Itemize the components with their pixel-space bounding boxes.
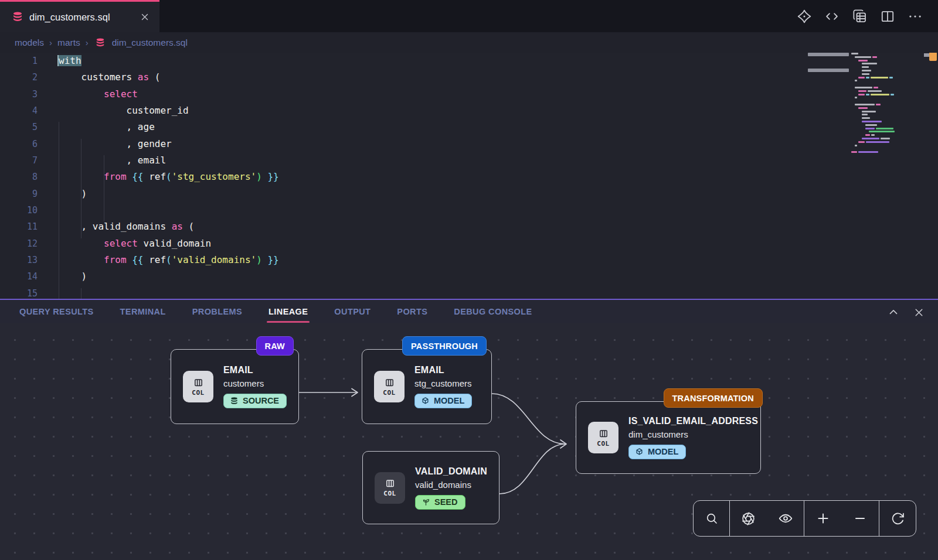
model-name: customers xyxy=(223,378,264,388)
code-line[interactable]: , email xyxy=(59,152,279,169)
code-line[interactable]: ) xyxy=(59,268,279,285)
code-line[interactable]: , age xyxy=(59,119,279,135)
minimap-line xyxy=(855,97,857,98)
minimap-line xyxy=(858,90,866,92)
lineage-node-customers-email[interactable]: RAW COL EMAIL customers SOURCE xyxy=(171,349,299,424)
line-number: 7 xyxy=(0,152,38,169)
aperture-button[interactable] xyxy=(737,507,760,530)
lineage-node-dim-customers[interactable]: TRANSFORMATION COL IS_VALID_EMAIL_ADDRES… xyxy=(576,401,761,474)
columns-icon xyxy=(192,377,205,390)
column-chip: COL xyxy=(588,422,618,453)
model-name: dim_customers xyxy=(628,429,688,439)
code-line[interactable]: ) xyxy=(59,186,279,202)
breadcrumb-separator: › xyxy=(49,37,52,47)
cube-icon xyxy=(421,397,430,405)
dbt-icon[interactable] xyxy=(797,9,812,24)
breadcrumb-file[interactable]: dim_customers.sql xyxy=(112,37,188,48)
minimap-line xyxy=(855,56,871,58)
refresh-button[interactable] xyxy=(886,507,909,530)
panel-tab-query-results[interactable]: QUERY RESULTS xyxy=(19,305,94,319)
panel-tab-terminal[interactable]: TERMINAL xyxy=(120,305,166,319)
code-icon[interactable] xyxy=(824,9,840,24)
panel-tab-debug-console[interactable]: DEBUG CONSOLE xyxy=(453,305,532,319)
minimap-line xyxy=(872,56,877,58)
minimap-line xyxy=(876,128,893,129)
zoom-out-button[interactable] xyxy=(848,507,872,530)
panel-tab-ports[interactable]: PORTS xyxy=(396,305,428,319)
line-number: 3 xyxy=(0,86,38,103)
zoom-in-button[interactable] xyxy=(811,507,835,530)
split-editor-icon[interactable] xyxy=(880,9,895,24)
panel-tabs: QUERY RESULTSTERMINALPROBLEMSLINEAGEOUTP… xyxy=(0,305,533,319)
line-number: 12 xyxy=(0,235,38,252)
code-line[interactable]: select valid_domain xyxy=(59,235,279,252)
tables-icon[interactable] xyxy=(852,8,868,24)
lineage-node-valid-domains[interactable]: COL VALID_DOMAIN valid_domains SEED xyxy=(362,451,499,524)
panel-tab-lineage[interactable]: LINEAGE xyxy=(268,305,308,319)
column-chip: COL xyxy=(375,472,405,504)
line-number: 1 xyxy=(0,53,38,69)
line-number: 9 xyxy=(0,186,38,202)
model-badge: MODEL xyxy=(414,394,472,408)
line-number: 11 xyxy=(0,218,38,235)
code-editor[interactable]: 123456789101112131415 with customers as … xyxy=(0,53,938,299)
code-line[interactable]: , gender xyxy=(59,136,279,152)
eye-icon xyxy=(778,511,793,526)
editor-tab-bar: dim_customers.sql xyxy=(0,0,938,32)
chevron-up-icon[interactable] xyxy=(887,306,900,319)
lineage-canvas[interactable]: RAW COL EMAIL customers SOURCE PASSTHROU… xyxy=(0,323,938,560)
refresh-icon xyxy=(891,511,905,526)
breadcrumb-models[interactable]: models xyxy=(15,37,44,48)
code-line[interactable]: from {{ ref('stg_customers') }} xyxy=(59,169,279,185)
aperture-icon xyxy=(741,511,756,526)
code-lines: with customers as ( select customer_id ,… xyxy=(59,53,279,299)
column-name: IS_VALID_EMAIL_ADDRESS xyxy=(628,416,758,426)
minimap-line xyxy=(876,104,881,105)
search-icon xyxy=(705,511,719,525)
minimap-line xyxy=(862,66,869,68)
code-line[interactable]: from {{ ref('valid_domains') }} xyxy=(59,252,279,268)
panel-tab-problems[interactable]: PROBLEMS xyxy=(192,305,243,319)
visibility-button[interactable] xyxy=(774,507,797,530)
panel-tab-output[interactable]: OUTPUT xyxy=(334,305,371,319)
close-panel-icon[interactable] xyxy=(913,306,925,319)
line-number: 13 xyxy=(0,252,38,268)
code-line[interactable] xyxy=(59,285,279,299)
minimap-line xyxy=(866,94,869,95)
model-name: stg_customers xyxy=(414,378,472,388)
model-name: valid_domains xyxy=(415,480,471,490)
line-number: 10 xyxy=(0,202,38,218)
minimap-line xyxy=(862,117,870,119)
minimap[interactable] xyxy=(851,53,917,170)
code-line[interactable]: , valid_domains as ( xyxy=(59,218,279,235)
minimap-decoration xyxy=(808,53,849,56)
code-line[interactable] xyxy=(59,202,279,218)
code-line[interactable]: select xyxy=(59,86,279,103)
col-label: COL xyxy=(383,389,395,397)
code-line[interactable]: with xyxy=(59,53,279,69)
minimap-line xyxy=(858,77,865,78)
breadcrumb-marts[interactable]: marts xyxy=(57,37,80,48)
minimap-line xyxy=(851,151,857,153)
col-label: COL xyxy=(383,490,396,497)
cube-icon xyxy=(635,448,644,456)
tab-title: dim_customers.sql xyxy=(29,12,134,23)
search-button[interactable] xyxy=(700,507,723,530)
columns-icon xyxy=(383,377,396,390)
close-tab-icon[interactable] xyxy=(140,12,150,22)
code-line[interactable]: customers as ( xyxy=(59,69,279,86)
columns-icon xyxy=(597,428,610,441)
database-icon xyxy=(12,11,23,23)
overview-ruler-mark xyxy=(924,53,929,57)
line-number: 5 xyxy=(0,119,38,135)
minimap-line xyxy=(869,131,895,132)
panel-actions xyxy=(887,300,925,325)
lineage-node-stg-customers-email[interactable]: PASSTHROUGH COL EMAIL stg_customers MODE… xyxy=(362,349,492,424)
line-number: 6 xyxy=(0,136,38,152)
line-number: 15 xyxy=(0,285,38,299)
code-line[interactable]: customer_id xyxy=(59,103,279,119)
minimap-line xyxy=(865,128,875,129)
columns-icon xyxy=(384,478,396,490)
more-icon[interactable] xyxy=(908,9,923,24)
tab-dim-customers-sql[interactable]: dim_customers.sql xyxy=(0,0,159,32)
